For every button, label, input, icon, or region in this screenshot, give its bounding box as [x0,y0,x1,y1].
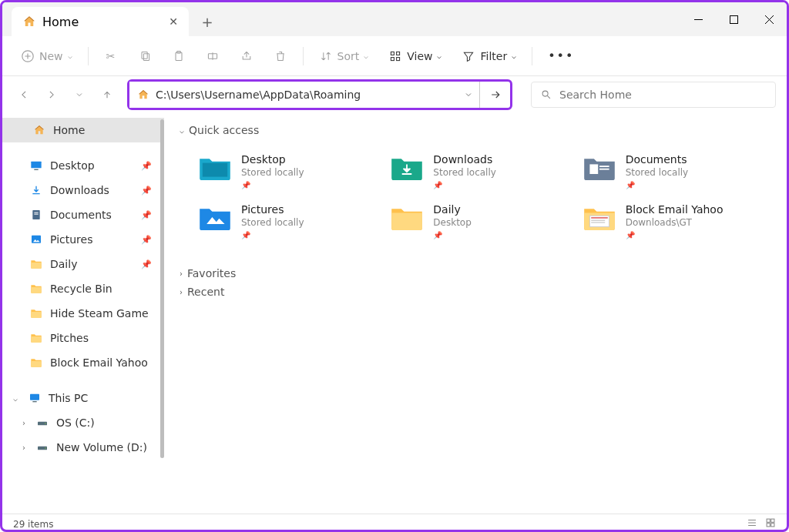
quick-access-item[interactable]: Documents Stored locally 📌 [579,150,756,192]
paste-icon [172,49,186,63]
svg-rect-15 [391,57,394,60]
svg-rect-13 [391,52,394,55]
search-icon [541,89,552,100]
address-input[interactable] [156,89,450,101]
share-button[interactable] [232,45,261,68]
svg-rect-35 [599,169,609,170]
tab-close-button[interactable]: ✕ [164,12,183,31]
svg-line-18 [547,95,550,99]
chevron-down-icon: ⌵ [180,126,184,135]
svg-rect-38 [591,220,605,221]
sidebar-item-pictures[interactable]: Pictures 📌 [2,227,164,252]
svg-point-28 [45,423,45,423]
copy-button[interactable] [130,45,159,68]
section-quick-access[interactable]: ⌵ Quick access [180,121,771,139]
folder-icon [390,153,424,181]
sidebar-item-downloads[interactable]: Downloads 📌 [2,178,164,202]
svg-rect-44 [771,519,774,522]
item-name: Downloads [433,153,496,166]
filter-button[interactable]: Filter ⌵ [454,45,524,68]
sidebar-item-folder[interactable]: Pitches [2,326,164,350]
sidebar-item-label: Daily [50,258,77,270]
sidebar-item-drive[interactable]: › OS (C:) [2,410,164,435]
svg-rect-21 [32,210,39,219]
sidebar-item-desktop[interactable]: Desktop 📌 [2,153,164,178]
forward-button[interactable] [41,84,62,105]
svg-rect-9 [176,52,182,60]
search-input[interactable] [559,89,766,101]
sort-button[interactable]: Sort ⌵ [311,45,377,68]
address-bar[interactable] [129,82,458,108]
svg-point-17 [542,91,548,96]
item-name: Pictures [241,203,304,216]
new-button[interactable]: New ⌵ [13,45,80,68]
pin-icon: 📌 [141,186,152,196]
sort-icon [319,49,333,63]
sidebar-item-daily[interactable]: Daily 📌 [2,252,164,276]
sidebar-item-label: Home [53,124,85,136]
sidebar-item-folder[interactable]: Block Email Yahoo [2,350,164,375]
sidebar-item-label: Desktop [50,159,95,172]
up-button[interactable] [96,84,118,105]
svg-rect-31 [203,163,227,177]
rename-button[interactable] [198,45,227,68]
svg-rect-20 [34,169,38,170]
address-bar-container [127,79,512,110]
item-name: Daily [433,203,472,216]
item-location: Stored locally [626,167,689,178]
sidebar-item-folder[interactable]: Hide Steam Game [2,301,164,326]
svg-rect-26 [32,401,36,402]
svg-point-30 [45,447,45,448]
quick-access-item[interactable]: Daily Desktop 📌 [387,200,563,243]
sidebar-item-label: Downloads [50,184,109,196]
cut-button[interactable]: ✂ [96,45,126,68]
home-icon [22,15,36,28]
recent-locations-button[interactable] [69,84,90,105]
svg-rect-8 [143,53,149,60]
item-name: Block Email Yahoo [626,203,724,216]
section-recent[interactable]: › Recent [180,283,771,301]
details-view-button[interactable] [747,517,757,530]
rename-icon [206,49,220,63]
maximize-button[interactable] [716,2,751,36]
svg-rect-43 [767,519,770,522]
tab-title: Home [42,15,79,29]
sidebar-item-drive[interactable]: › New Volume (D:) [2,435,164,460]
pin-icon: 📌 [141,161,152,171]
quick-access-item[interactable]: Pictures Stored locally 📌 [195,200,371,243]
address-go-button[interactable] [479,82,510,108]
search-box[interactable] [531,82,776,108]
main-area: Home Desktop 📌 Downloads 📌 Documents 📌 P… [2,113,787,514]
minimize-button[interactable] [680,2,716,36]
sidebar-item-label: Pitches [50,332,89,344]
quick-access-item[interactable]: Downloads Stored locally 📌 [387,150,563,192]
window-tab[interactable]: Home ✕ [12,7,189,36]
new-tab-button[interactable]: + [193,7,221,36]
sidebar-item-documents[interactable]: Documents 📌 [2,202,164,227]
delete-button[interactable] [266,45,295,68]
chevron-right-icon: › [180,288,183,296]
back-button[interactable] [13,84,35,105]
sidebar-item-home[interactable]: Home [2,118,164,142]
home-icon [137,89,149,101]
paste-button[interactable] [164,45,193,68]
item-location: Desktop [433,217,472,228]
quick-access-item[interactable]: Desktop Stored locally 📌 [195,150,371,192]
more-button[interactable]: ••• [540,44,582,68]
svg-rect-33 [589,164,598,174]
pin-icon: 📌 [141,210,152,220]
pin-icon: 📌 [141,259,152,269]
plus-circle-icon [21,49,35,63]
close-button[interactable] [751,2,787,36]
pin-icon: 📌 [433,181,496,189]
address-history-button[interactable] [458,82,479,108]
large-icons-view-button[interactable] [765,517,776,530]
sidebar-item-this-pc[interactable]: ⌵ This PC [2,386,164,410]
scrollbar[interactable] [160,119,164,458]
item-name: Desktop [241,153,304,166]
view-button[interactable]: View ⌵ [381,45,449,68]
section-favorites[interactable]: › Favorites [180,264,771,283]
quick-access-item[interactable]: Block Email Yahoo Downloads\GT 📌 [579,200,756,243]
status-bar: 29 items [2,514,787,532]
sidebar-item-folder[interactable]: Recycle Bin [2,276,164,301]
